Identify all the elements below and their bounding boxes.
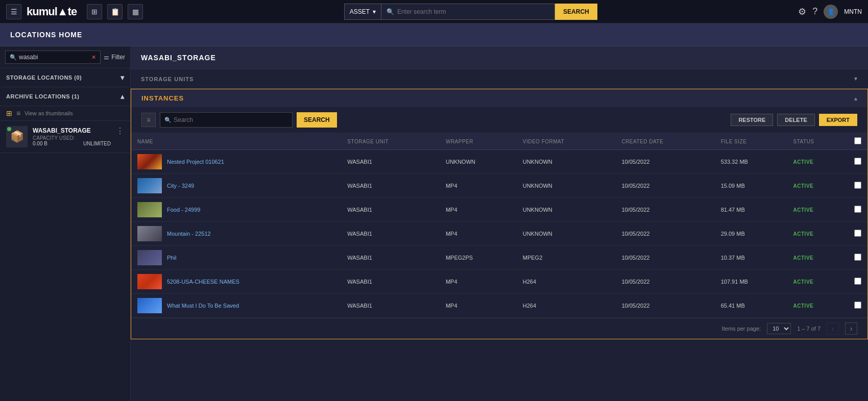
sidebar-search-clear-icon[interactable]: ✕	[91, 54, 96, 61]
active-indicator	[7, 127, 11, 131]
asset-name-link[interactable]: Mountain - 22512	[167, 231, 211, 237]
per-page-select[interactable]: 10 25 50	[767, 323, 791, 334]
asset-name-link[interactable]: City - 3249	[167, 183, 194, 189]
row-thumbnail	[137, 298, 162, 313]
row-thumbnail	[137, 178, 162, 193]
row-checkbox[interactable]	[854, 230, 861, 237]
wasabi-storage-item[interactable]: 📦 WASABI_STORAGE CAPACITY USED: 0.00 B U…	[0, 121, 130, 153]
cell-storage-unit: WASABI1	[341, 198, 440, 222]
archive-locations-section[interactable]: ARCHIVE LOCATIONS (1) ▴	[0, 87, 130, 106]
cell-status: ACTIVE	[787, 222, 848, 246]
cell-file-size: 29.09 MB	[715, 222, 787, 246]
row-thumbnail	[137, 226, 162, 241]
table-icon[interactable]: ▦	[128, 4, 143, 19]
search-icon: 🔍	[387, 8, 394, 15]
row-checkbox[interactable]	[854, 254, 861, 261]
document-icon[interactable]: 📋	[107, 4, 123, 19]
asset-name-link[interactable]: 5208-USA-CHEESE NAMES	[167, 279, 239, 285]
storage-icon: 📦	[10, 130, 24, 143]
asset-name-link[interactable]: Food - 24999	[167, 207, 200, 213]
topnav-right: ⚙ ? 👤 MNTN	[798, 5, 862, 19]
top-navigation: ☰ kumul▲te ⊞ 📋 ▦ ASSET ▾ 🔍 SEARCH ⚙ ? 👤 …	[0, 0, 868, 23]
cell-created-date: 10/05/2022	[615, 174, 714, 198]
more-options-button[interactable]: ⋮	[116, 126, 124, 136]
cell-file-size: 533.32 MB	[715, 150, 787, 174]
sidebar-search-input[interactable]	[19, 54, 89, 61]
col-header-status: STATUS	[787, 133, 848, 150]
settings-icon[interactable]: ⚙	[798, 6, 806, 17]
instances-search-button[interactable]: SEARCH	[297, 112, 337, 128]
instances-section: INSTANCES ▴ ≡ 🔍 SEARCH RESTORE DELETE EX…	[131, 89, 868, 339]
cell-video-format: UNKNOWN	[517, 222, 616, 246]
menu-icon[interactable]: ☰	[6, 4, 21, 19]
storage-thumbnail: 📦	[6, 126, 28, 147]
col-header-video-format: VIDEO FORMAT	[517, 133, 616, 150]
cell-created-date: 10/05/2022	[615, 294, 714, 318]
cell-wrapper: MP4	[440, 174, 517, 198]
instances-collapse-icon[interactable]: ▴	[854, 95, 857, 102]
delete-button[interactable]: DELETE	[777, 114, 814, 126]
thumbnail-image	[137, 274, 162, 289]
search-input[interactable]	[397, 8, 549, 15]
list-view-button[interactable]: ≡	[16, 109, 20, 117]
storage-locations-label: STORAGE LOCATIONS (0)	[6, 74, 82, 81]
app-logo: kumul▲te	[27, 5, 77, 18]
help-icon[interactable]: ?	[812, 6, 817, 17]
cell-file-size: 10.37 MB	[715, 246, 787, 270]
restore-button[interactable]: RESTORE	[731, 114, 773, 126]
storage-units-header[interactable]: STORAGE UNITS ▾	[131, 69, 868, 88]
filter-button[interactable]: ⚌ Filter	[104, 54, 125, 61]
asset-dropdown[interactable]: ASSET ▾	[344, 4, 381, 20]
row-checkbox[interactable]	[854, 302, 861, 309]
cell-created-date: 10/05/2022	[615, 246, 714, 270]
grid-view-button[interactable]: ⊞	[6, 109, 12, 117]
search-button[interactable]: SEARCH	[555, 4, 597, 20]
cell-storage-unit: WASABI1	[341, 174, 440, 198]
row-thumbnail	[137, 202, 162, 217]
export-button[interactable]: EXPORT	[819, 114, 857, 126]
search-area: ASSET ▾ 🔍 SEARCH	[148, 4, 793, 20]
archive-locations-label: ARCHIVE LOCATIONS (1)	[6, 93, 80, 99]
cell-wrapper: MP4	[440, 294, 517, 318]
cell-created-date: 10/05/2022	[615, 222, 714, 246]
locations-header: LOCATIONS HOME	[0, 23, 868, 46]
table-row: What Must I Do To Be Saved WASABI1 MP4 H…	[131, 294, 867, 318]
sidebar-search-row: 🔍 ✕ ⚌ Filter	[0, 46, 130, 68]
row-checkbox[interactable]	[854, 278, 861, 285]
cell-video-format: H264	[517, 294, 616, 318]
cell-video-format: UNKNOWN	[517, 174, 616, 198]
row-checkbox[interactable]	[854, 182, 861, 189]
col-header-storage-unit: STORAGE UNIT	[341, 133, 440, 150]
locations-title: LOCATIONS HOME	[10, 31, 82, 39]
next-page-button[interactable]: ›	[845, 322, 857, 335]
avatar[interactable]: 👤	[824, 5, 838, 19]
page-info: 1 – 7 of 7	[797, 325, 821, 332]
cell-wrapper: MP4	[440, 222, 517, 246]
cell-file-size: 65.41 MB	[715, 294, 787, 318]
sidebar-search-box: 🔍 ✕	[5, 51, 101, 64]
cell-video-format: UNKNOWN	[517, 150, 616, 174]
prev-page-button[interactable]: ‹	[827, 322, 839, 335]
row-thumbnail	[137, 274, 162, 289]
storage-units-label: STORAGE UNITS	[141, 76, 194, 82]
list-icon: ≡	[147, 116, 150, 123]
main-layout: 🔍 ✕ ⚌ Filter STORAGE LOCATIONS (0) ▾ ARC…	[0, 46, 868, 400]
sidebar-search-icon: 🔍	[10, 54, 17, 61]
cell-name: What Must I Do To Be Saved	[131, 294, 341, 318]
asset-name-link[interactable]: Phil	[167, 255, 176, 261]
instances-search-input[interactable]	[174, 116, 288, 123]
grid-view-icon[interactable]: ⊞	[87, 4, 102, 19]
cell-status: ACTIVE	[787, 294, 848, 318]
capacity-value: 0.00 B	[33, 141, 47, 146]
storage-locations-section[interactable]: STORAGE LOCATIONS (0) ▾	[0, 68, 130, 87]
storage-chevron-icon: ▾	[120, 73, 125, 82]
instances-table: NAME STORAGE UNIT WRAPPER VIDEO FORMAT C…	[131, 133, 867, 318]
select-all-checkbox[interactable]	[854, 137, 861, 144]
row-checkbox[interactable]	[854, 158, 861, 165]
cell-wrapper: MP4	[440, 198, 517, 222]
instances-list-view-button[interactable]: ≡	[141, 113, 156, 127]
asset-name-link[interactable]: Nested Project 010621	[167, 159, 224, 165]
row-checkbox[interactable]	[854, 206, 861, 213]
row-thumbnail	[137, 250, 162, 265]
asset-name-link[interactable]: What Must I Do To Be Saved	[167, 303, 239, 309]
